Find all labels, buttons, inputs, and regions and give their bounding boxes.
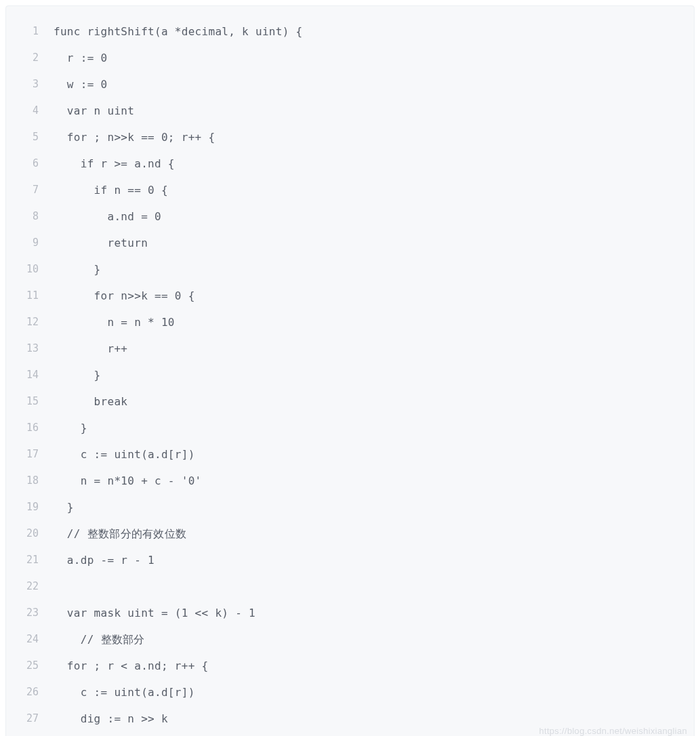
code-line: 5 for ; n>>k == 0; r++ {	[6, 124, 694, 150]
code-line: 2 r := 0	[6, 45, 694, 71]
code-line: 24 // 整数部分	[6, 626, 694, 653]
code-line: 6 if r >= a.nd {	[6, 150, 694, 177]
line-text: var n uint	[54, 98, 134, 124]
line-text: // 整数部分的有效位数	[54, 520, 186, 547]
watermark-text: https://blog.csdn.net/weishixianglian	[539, 726, 687, 736]
line-text: }	[54, 256, 101, 283]
code-line: 10 }	[6, 256, 694, 283]
line-text: c := uint(a.d[r])	[54, 679, 195, 706]
line-number: 26	[20, 679, 54, 706]
line-number: 17	[20, 441, 54, 468]
code-lines: 1func rightShift(a *decimal, k uint) {2 …	[6, 18, 694, 732]
code-block: 1func rightShift(a *decimal, k uint) {2 …	[5, 5, 695, 736]
line-text: for ; r < a.nd; r++ {	[54, 653, 208, 679]
code-line: 11 for n>>k == 0 {	[6, 283, 694, 309]
line-text: for ; n>>k == 0; r++ {	[54, 124, 215, 150]
line-text: if r >= a.nd {	[54, 150, 175, 177]
code-line: 8 a.nd = 0	[6, 203, 694, 230]
code-line: 23 var mask uint = (1 << k) - 1	[6, 600, 694, 626]
code-line: 3 w := 0	[6, 71, 694, 98]
line-text: var mask uint = (1 << k) - 1	[54, 600, 255, 626]
line-number: 19	[20, 494, 54, 520]
code-line: 1func rightShift(a *decimal, k uint) {	[6, 18, 694, 45]
line-text: dig := n >> k	[54, 706, 168, 732]
line-text: }	[54, 494, 74, 520]
line-number: 14	[20, 362, 54, 388]
line-number: 2	[20, 45, 54, 71]
line-text: r++	[54, 335, 127, 362]
line-text: func rightShift(a *decimal, k uint) {	[54, 18, 303, 45]
line-number: 11	[20, 283, 54, 309]
code-line: 15 break	[6, 388, 694, 415]
line-number: 12	[20, 309, 54, 335]
code-line: 7 if n == 0 {	[6, 177, 694, 203]
line-number: 24	[20, 626, 54, 653]
line-text: n = n*10 + c - '0'	[54, 468, 202, 494]
code-line: 12 n = n * 10	[6, 309, 694, 335]
line-number: 3	[20, 71, 54, 98]
line-number: 16	[20, 415, 54, 441]
line-number: 22	[20, 573, 54, 600]
line-number: 7	[20, 177, 54, 203]
line-number: 18	[20, 468, 54, 494]
line-number: 21	[20, 547, 54, 573]
line-text: c := uint(a.d[r])	[54, 441, 195, 468]
code-line: 4 var n uint	[6, 98, 694, 124]
line-text: if n == 0 {	[54, 177, 168, 203]
line-text: n = n * 10	[54, 309, 175, 335]
line-text: }	[54, 362, 101, 388]
line-text: }	[54, 415, 87, 441]
code-line: 25 for ; r < a.nd; r++ {	[6, 653, 694, 679]
line-number: 4	[20, 98, 54, 124]
line-number: 5	[20, 124, 54, 150]
code-line: 16 }	[6, 415, 694, 441]
code-line: 19 }	[6, 494, 694, 520]
code-line: 18 n = n*10 + c - '0'	[6, 468, 694, 494]
line-text: for n>>k == 0 {	[54, 283, 195, 309]
code-line: 13 r++	[6, 335, 694, 362]
line-number: 13	[20, 335, 54, 362]
line-number: 10	[20, 256, 54, 283]
line-text: w := 0	[54, 71, 107, 98]
line-number: 8	[20, 203, 54, 230]
code-line: 14 }	[6, 362, 694, 388]
line-number: 25	[20, 653, 54, 679]
code-line: 9 return	[6, 230, 694, 256]
line-number: 15	[20, 388, 54, 415]
line-text: a.dp -= r - 1	[54, 547, 155, 573]
line-number: 9	[20, 230, 54, 256]
line-text: return	[54, 230, 148, 256]
line-number: 6	[20, 150, 54, 177]
line-text: a.nd = 0	[54, 203, 161, 230]
line-number: 23	[20, 600, 54, 626]
code-line: 20 // 整数部分的有效位数	[6, 520, 694, 547]
line-number: 27	[20, 706, 54, 732]
code-line: 22	[6, 573, 694, 600]
line-number: 20	[20, 520, 54, 547]
code-line: 17 c := uint(a.d[r])	[6, 441, 694, 468]
line-text: // 整数部分	[54, 626, 145, 653]
code-line: 26 c := uint(a.d[r])	[6, 679, 694, 706]
code-line: 21 a.dp -= r - 1	[6, 547, 694, 573]
line-text: break	[54, 388, 127, 415]
line-number: 1	[20, 18, 54, 45]
line-text: r := 0	[54, 45, 107, 71]
